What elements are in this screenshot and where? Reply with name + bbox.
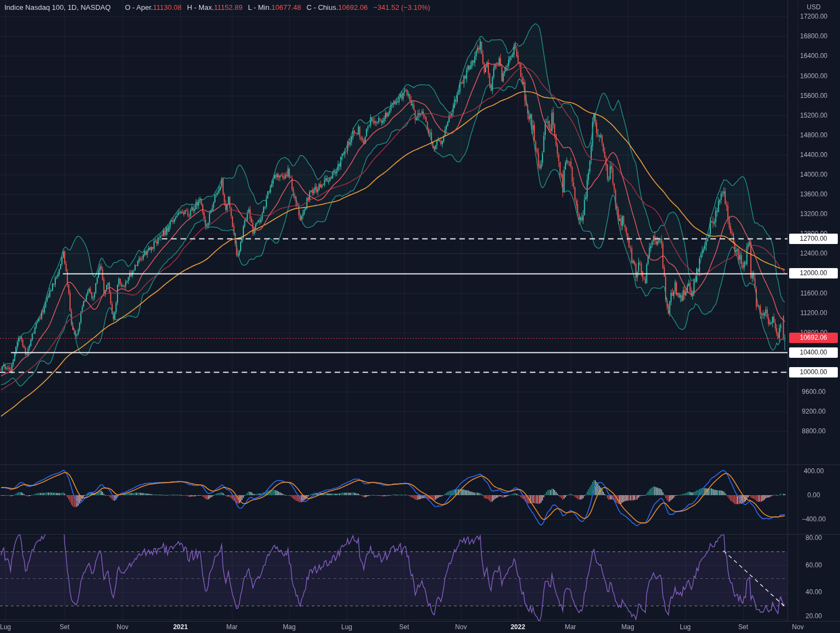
time-axis-label: Nov <box>455 623 466 631</box>
price-level-badge: 12000.00 <box>789 268 838 278</box>
last-price-badge: 10692.06 <box>789 333 838 343</box>
time-axis-label: Set <box>60 623 69 631</box>
currency-label: USD <box>788 3 840 11</box>
rsi-tick-label: 20.00 <box>788 612 840 620</box>
price-tick-label: 17200.00 <box>788 13 840 21</box>
price-tick-label: 13600.00 <box>788 190 840 199</box>
price-tick-label: 11200.00 <box>788 309 840 317</box>
price-tick-label: 16800.00 <box>788 32 840 40</box>
time-axis-label: Lug <box>341 623 352 631</box>
price-level-badge: 12700.00 <box>789 234 838 244</box>
price-tick-label: 11600.00 <box>788 289 840 298</box>
price-tick-label: 15600.00 <box>788 92 840 100</box>
price-tick-label: 9600.00 <box>788 388 840 396</box>
price-tick-label: 14400.00 <box>788 151 840 159</box>
open-label: O - Aper. <box>125 3 153 11</box>
high-value: 11152.89 <box>214 3 242 11</box>
time-axis-label: 2021 <box>173 623 188 631</box>
time-axis-label: Nov <box>116 623 128 631</box>
price-tick-label: 13200.00 <box>788 210 840 218</box>
ohlc-legend[interactable]: Indice Nasdaq 100, 1D, NASDAQO - Aper.11… <box>4 3 430 11</box>
time-axis-label: 2022 <box>511 623 526 631</box>
price-tick-label: 9200.00 <box>788 408 840 416</box>
time-axis-label: Mar <box>226 623 238 631</box>
close-value: 10692.06 <box>338 3 368 11</box>
low-value: 10677.48 <box>271 3 301 11</box>
trading-chart-window: Indice Nasdaq 100, 1D, NASDAQO - Aper.11… <box>0 0 840 633</box>
time-axis-label: Lug <box>0 623 11 631</box>
price-tick-label: 14800.00 <box>788 131 840 140</box>
price-tick-label: 16400.00 <box>788 52 840 60</box>
time-axis-label: Mag <box>621 623 634 631</box>
price-tick-label: 8800.00 <box>788 427 840 435</box>
macd-tick-label: 400.00 <box>788 467 840 475</box>
rsi-tick-label: 80.00 <box>788 534 840 542</box>
macd-tick-label: 0.00 <box>788 491 840 500</box>
price-level-badge: 10000.00 <box>789 367 838 378</box>
open-value: 11130.08 <box>153 3 182 11</box>
rsi-tick-label: 40.00 <box>788 588 840 596</box>
rsi-tick-label: 60.00 <box>788 561 840 570</box>
price-tick-label: 16000.00 <box>788 72 840 80</box>
change-value: −341.52 (−3.10%) <box>374 3 430 11</box>
macd-tick-label: −400.00 <box>788 515 840 524</box>
high-label: H - Max. <box>187 3 214 11</box>
time-axis-label: Lug <box>680 623 691 631</box>
price-level-badge: 10400.00 <box>789 347 838 358</box>
price-axis[interactable]: USD 17200.0016800.0016400.0016000.001560… <box>788 0 840 621</box>
symbol-title: Indice Nasdaq 100, 1D, NASDAQ <box>4 3 110 11</box>
price-tick-label: 14000.00 <box>788 171 840 179</box>
close-label: C - Chius. <box>307 3 339 11</box>
chart-canvas[interactable] <box>0 0 840 633</box>
time-axis-label: Mag <box>283 623 295 631</box>
price-tick-label: 12400.00 <box>788 249 840 258</box>
low-label: L - Min. <box>248 3 271 11</box>
time-axis-label: Set <box>738 623 748 631</box>
time-axis[interactable]: LugSetNov2021MarMagLugSetNov2022MarMagLu… <box>0 621 840 633</box>
time-axis-label: Mar <box>565 623 576 631</box>
price-tick-label: 15200.00 <box>788 112 840 120</box>
time-axis-label: Nov <box>792 623 803 631</box>
time-axis-label: Set <box>399 623 409 631</box>
